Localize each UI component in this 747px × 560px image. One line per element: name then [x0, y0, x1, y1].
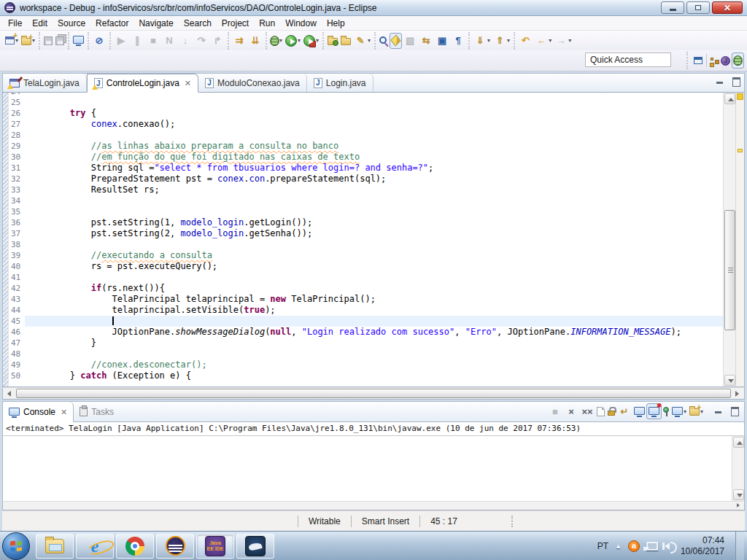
menu-navigate[interactable]: Navigate [133, 17, 178, 30]
menu-refactor[interactable]: Refactor [90, 17, 133, 30]
language-indicator[interactable]: PT [597, 541, 608, 551]
menu-source[interactable]: Source [53, 17, 90, 30]
tab-close-icon[interactable]: ✕ [61, 408, 67, 417]
scroll-left-arrow-icon[interactable] [4, 389, 15, 398]
remove-launch-button[interactable]: × [563, 403, 579, 419]
java-perspective-button[interactable]: J [719, 52, 732, 69]
dropdown-arrow-icon[interactable]: ▾ [568, 37, 571, 44]
editor-horizontal-scrollbar[interactable] [2, 387, 745, 400]
scroll-down-arrow-icon[interactable] [724, 375, 735, 386]
search-button[interactable] [378, 33, 390, 49]
warning-marker-icon[interactable] [738, 149, 743, 152]
remove-all-terminated-button[interactable]: ×× [579, 403, 595, 419]
disconnect-button[interactable]: N [161, 33, 177, 49]
editor-vertical-scrollbar[interactable] [723, 93, 735, 386]
open-perspective-button[interactable] [692, 52, 704, 69]
scroll-down-arrow-icon[interactable] [733, 489, 744, 500]
start-button[interactable] [2, 532, 30, 560]
debug-perspective-button[interactable] [732, 52, 744, 69]
dropdown-arrow-icon[interactable]: ▾ [368, 37, 371, 44]
last-edit-location-button[interactable]: ↶ [517, 33, 533, 49]
dropdown-arrow-icon[interactable]: ▾ [487, 37, 490, 44]
scroll-up-arrow-icon[interactable] [724, 93, 735, 104]
show-console-stderr-toggle[interactable] [646, 403, 662, 419]
link-with-editor-toggle[interactable]: ⇆ [418, 33, 434, 49]
tab-console[interactable]: Console✕ [3, 402, 74, 422]
forward-button[interactable]: →▾ [553, 33, 573, 49]
show-hidden-icons-button[interactable]: ▲ [615, 542, 622, 550]
back-button[interactable]: ←▾ [533, 33, 553, 49]
tab-close-icon[interactable]: ✕ [185, 79, 191, 88]
scroll-up-arrow-icon[interactable] [733, 437, 744, 448]
eclipse-button[interactable] [156, 534, 194, 559]
mysql-workbench-button[interactable] [236, 534, 274, 559]
editor-minimize-button[interactable] [715, 77, 725, 85]
external-tools-button[interactable]: ✎▾ [352, 33, 372, 49]
new-javaee-project-button[interactable]: ▾ [20, 33, 36, 49]
step-over-button[interactable]: ↷ [193, 33, 209, 49]
pin-console-toggle[interactable] [662, 403, 670, 419]
overview-ruler[interactable] [735, 93, 744, 386]
dropdown-arrow-icon[interactable]: ▾ [279, 37, 282, 44]
editor-maximize-button[interactable] [731, 77, 741, 85]
marker-ruler[interactable] [3, 93, 9, 386]
volume-icon[interactable] [665, 542, 670, 550]
console-horizontal-scrollbar[interactable] [2, 501, 745, 510]
open-console-button[interactable]: ▾ [688, 403, 705, 419]
dropdown-arrow-icon[interactable]: ▾ [549, 37, 551, 44]
console-output[interactable] [2, 436, 745, 501]
show-console-button[interactable] [71, 33, 85, 49]
javaee-ide-button[interactable]: Java EE IDE [196, 534, 234, 559]
annotation-status-icon[interactable] [737, 93, 743, 100]
menu-window[interactable]: Window [280, 17, 322, 30]
clear-console-button[interactable] [595, 403, 606, 419]
minimize-button[interactable] [661, 1, 684, 14]
code-area[interactable]: 242526 try {27 conex.conexao();2829 //as… [3, 93, 723, 386]
show-whitespace-toggle[interactable]: ¶ [450, 33, 466, 49]
mark-occurrences-toggle[interactable] [390, 33, 402, 49]
javaee-perspective-button[interactable] [709, 52, 719, 69]
windows-explorer-button[interactable] [36, 534, 74, 559]
suspend-button[interactable]: ∥ [129, 33, 145, 49]
show-selected-element-button[interactable]: ▣ [434, 33, 450, 49]
menu-file[interactable]: File [3, 17, 27, 30]
menu-run[interactable]: Run [254, 17, 280, 30]
run-button[interactable]: ▾ [284, 33, 302, 49]
use-step-filters-button[interactable]: ⇉ [231, 33, 247, 49]
word-wrap-toggle[interactable]: ↵ [616, 403, 632, 419]
open-type-button[interactable] [326, 33, 339, 49]
skip-all-breakpoints-button[interactable]: ⊘ [91, 33, 107, 49]
step-into-button[interactable]: ↓ [177, 33, 193, 49]
internet-explorer-button[interactable]: e [76, 534, 114, 559]
resume-button[interactable]: ▶ [113, 33, 129, 49]
terminate-button[interactable]: ■ [145, 33, 161, 49]
save-all-button[interactable] [54, 33, 66, 49]
save-button[interactable] [42, 33, 54, 49]
chrome-button[interactable] [116, 534, 154, 559]
terminate-console-button[interactable]: ■ [547, 403, 563, 419]
debug-button[interactable]: ▾ [269, 33, 284, 49]
display-selected-console-button[interactable]: ▾ [670, 403, 688, 419]
block-selection-toggle[interactable]: ▧ [402, 33, 418, 49]
open-resource-button[interactable] [339, 33, 352, 49]
avast-icon[interactable]: a [628, 540, 640, 552]
show-desktop-button[interactable] [735, 532, 744, 560]
dropdown-arrow-icon[interactable]: ▾ [507, 37, 510, 44]
tab-telalogin[interactable]: TelaLogin.java [3, 74, 87, 92]
clock[interactable]: 07:44 10/06/2017 [681, 535, 724, 557]
scroll-right-arrow-icon[interactable] [734, 502, 743, 510]
coverage-button[interactable]: ▾ [302, 33, 320, 49]
console-vertical-scrollbar[interactable] [732, 436, 744, 501]
quick-access-input[interactable]: Quick Access [585, 52, 671, 67]
menu-project[interactable]: Project [217, 17, 254, 30]
editor-hscroll-thumb[interactable] [16, 389, 731, 398]
scroll-lock-toggle[interactable] [606, 403, 616, 419]
show-console-stdout-toggle[interactable] [632, 403, 646, 419]
step-return-button[interactable]: ↱ [209, 33, 225, 49]
code-editor[interactable]: 242526 try {27 conex.conexao();2829 //as… [2, 93, 745, 387]
tab-moduloconexao[interactable]: JModuloConexao.java [198, 74, 307, 92]
next-annotation-button[interactable]: ⇓▾ [472, 33, 492, 49]
editor-vscroll-thumb[interactable] [724, 210, 735, 330]
close-button[interactable]: ✕ [712, 1, 743, 14]
dropdown-arrow-icon[interactable]: ▾ [298, 37, 301, 44]
